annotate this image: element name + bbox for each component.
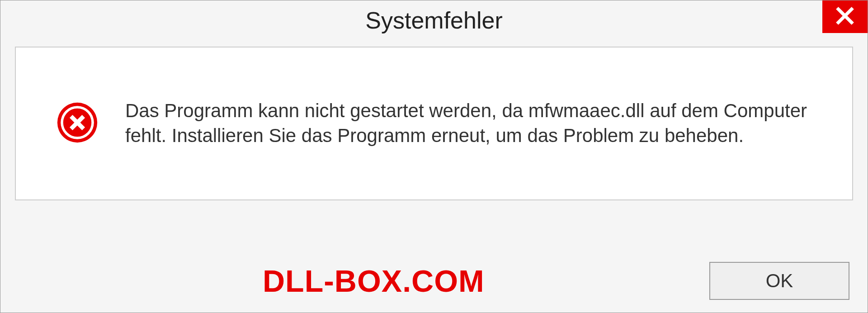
titlebar: Systemfehler bbox=[0, 0, 868, 40]
dialog-title: Systemfehler bbox=[365, 7, 502, 34]
close-button[interactable] bbox=[822, 0, 868, 33]
ok-button[interactable]: OK bbox=[709, 262, 849, 300]
watermark-text: DLL-BOX.COM bbox=[263, 263, 485, 299]
error-message: Das Programm kann nicht gestartet werden… bbox=[125, 99, 825, 148]
error-icon bbox=[57, 102, 98, 145]
footer: DLL-BOX.COM OK bbox=[0, 249, 868, 313]
ok-button-label: OK bbox=[766, 270, 793, 292]
error-dialog: Systemfehler Das Programm kann nicht ges… bbox=[0, 0, 868, 313]
content-area: Das Programm kann nicht gestartet werden… bbox=[15, 47, 853, 200]
close-icon bbox=[835, 6, 855, 28]
